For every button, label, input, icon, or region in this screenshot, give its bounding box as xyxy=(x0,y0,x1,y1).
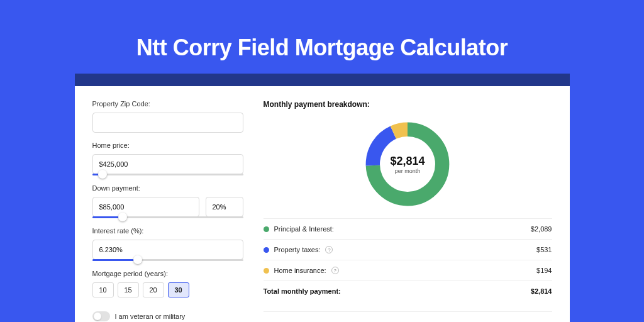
slider-thumb[interactable] xyxy=(118,213,127,221)
legend-value: $194 xyxy=(536,267,552,274)
zip-label: Property Zip Code: xyxy=(92,100,243,108)
down-pct-input[interactable] xyxy=(206,197,243,217)
period-buttons: 10 15 20 30 xyxy=(92,282,243,297)
donut-amount: $2,814 xyxy=(390,155,425,168)
dot-icon xyxy=(264,226,269,232)
legend-insurance: Home insurance: ? $194 xyxy=(264,260,552,280)
amortization-section: Amortization for mortgage loan Amortizat… xyxy=(264,311,552,322)
breakdown-column: Monthly payment breakdown: $2,814 per mo… xyxy=(264,100,552,322)
card-band: Property Zip Code: Home price: Down paym… xyxy=(75,74,570,322)
slider-thumb[interactable] xyxy=(98,170,107,179)
home-price-input[interactable] xyxy=(92,154,243,174)
inputs-column: Property Zip Code: Home price: Down paym… xyxy=(92,100,243,322)
period-20-button[interactable]: 20 xyxy=(143,282,164,297)
veteran-label: I am veteran or military xyxy=(115,313,186,320)
legend-label: Home insurance: xyxy=(274,267,326,274)
dot-icon xyxy=(264,268,269,274)
legend-label: Property taxes: xyxy=(274,246,321,253)
page-title: Ntt Corry Field Mortgage Calculator xyxy=(136,35,508,61)
info-icon[interactable]: ? xyxy=(331,267,339,274)
legend-principal: Principal & Interest: $2,089 xyxy=(264,218,552,239)
donut-chart: $2,814 per month xyxy=(264,116,552,218)
legend-taxes: Property taxes: ? $531 xyxy=(264,239,552,260)
info-icon[interactable]: ? xyxy=(325,246,333,253)
dot-icon xyxy=(264,247,269,253)
calculator-card: Property Zip Code: Home price: Down paym… xyxy=(75,86,570,322)
period-15-button[interactable]: 15 xyxy=(118,282,139,297)
legend-value: $2,089 xyxy=(531,225,552,233)
total-row: Total monthly payment: $2,814 xyxy=(264,280,552,301)
down-payment-slider[interactable] xyxy=(92,216,243,218)
total-label: Total monthly payment: xyxy=(264,287,341,295)
home-price-slider[interactable] xyxy=(92,174,243,175)
breakdown-title: Monthly payment breakdown: xyxy=(264,100,552,109)
slider-thumb[interactable] xyxy=(133,255,142,264)
period-label: Mortgage period (years): xyxy=(92,270,243,277)
legend-value: $531 xyxy=(536,246,552,253)
period-10-button[interactable]: 10 xyxy=(92,282,114,297)
interest-rate-slider[interactable] xyxy=(92,259,243,261)
down-amount-input[interactable] xyxy=(92,197,199,217)
interest-rate-input[interactable] xyxy=(92,240,243,260)
donut-sub: per month xyxy=(395,168,421,174)
down-payment-label: Down payment: xyxy=(92,184,243,192)
home-price-label: Home price: xyxy=(92,142,243,149)
total-value: $2,814 xyxy=(531,287,552,295)
interest-rate-label: Interest rate (%): xyxy=(92,227,243,235)
zip-input[interactable] xyxy=(92,113,243,133)
veteran-toggle[interactable] xyxy=(92,311,110,321)
legend-label: Principal & Interest: xyxy=(274,225,334,233)
period-30-button[interactable]: 30 xyxy=(168,282,189,297)
